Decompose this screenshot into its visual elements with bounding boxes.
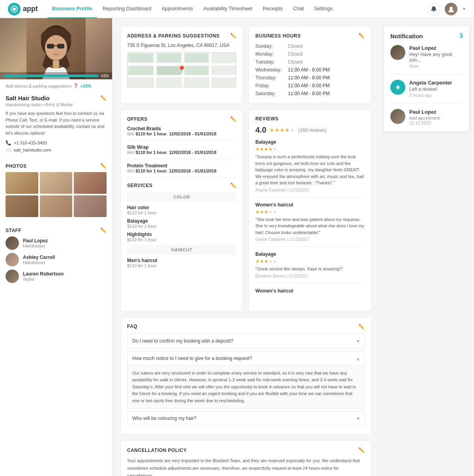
faq-chevron-down-0: ▾ (357, 338, 360, 344)
review-item-0: Balayage ★★★★★ "Susana is such a perfect… (255, 139, 365, 197)
svg-rect-17 (157, 54, 181, 62)
notification-bell-button[interactable] (427, 3, 440, 15)
help-icon: ❓ (73, 83, 79, 88)
faq-question-0[interactable]: Do I need to confirm my booking with a d… (127, 334, 364, 348)
notif-content-0: Paul Lopez Hey! Have any good son... Now (409, 45, 463, 68)
hours-day-1: Monday: (255, 51, 282, 58)
svg-point-2 (450, 7, 453, 10)
profile-progress-bar (3, 75, 99, 77)
photos-edit-icon[interactable]: ✏️ (100, 163, 107, 169)
offer-dates-1: 12/02/2018 - 01/01/2018 (169, 150, 216, 155)
user-dropdown-icon[interactable]: ▼ (462, 7, 466, 11)
biz-name: Salt Hair Studio (6, 95, 50, 101)
sidebar: 43% Add adress & parking suggestions ❓ +… (0, 18, 112, 476)
staff-avatar-2 (6, 253, 19, 266)
biz-description: If you have any questions feel free to c… (6, 110, 107, 136)
faq-chevron-down-2: ▾ (357, 415, 360, 422)
review-author-0: Angela Carpenter | 11/12/2017 (255, 188, 365, 192)
faq-item-2: Who will be colouring my hair? ▾ (127, 411, 365, 426)
service-category-0: COLOR (127, 192, 236, 202)
address-section-title: ADDRESS & PARKING SUGGESTIONS (127, 33, 219, 39)
photos-grid (6, 172, 107, 217)
notif-name-2: Paul Lopez (409, 109, 440, 115)
phone-row: 📞 +1 310-415-3493 (6, 140, 107, 146)
top-row: ADDRESS & PARKING SUGGESTIONS ✏️ 735 S F… (120, 26, 371, 109)
nav-availability[interactable]: Availability Timesheet (199, 0, 257, 18)
staff-role-1: Hairdresser (23, 244, 48, 248)
staff-edit-icon[interactable]: ✏️ (100, 227, 107, 233)
notif-time-1: 2 hours ago (409, 93, 452, 97)
photos-label: PHOTOS (6, 163, 26, 169)
faq-edit-icon[interactable]: ✏️ (358, 324, 365, 330)
phone-icon: 📞 (6, 140, 11, 146)
hours-day-3: Wednesday: (255, 66, 282, 73)
faq-item-1: How much notice to I need to give for a … (127, 351, 365, 409)
nav-business-profile[interactable]: Business Profile (47, 0, 97, 18)
faq-panel-header: FAQ ✏️ (127, 324, 365, 330)
service-name-0-0: Hair color (127, 205, 236, 210)
photo-thumb-2[interactable] (40, 172, 73, 194)
nav-receipts[interactable]: Receipts (258, 0, 288, 18)
email-address: salt_hairstudio.com (14, 148, 51, 152)
service-name-0-2: Hightlights (127, 232, 236, 237)
faq-section-title: FAQ (127, 324, 137, 329)
faq-panel: FAQ ✏️ Do I need to confirm my booking w… (120, 317, 371, 435)
photo-thumb-1[interactable] (6, 172, 38, 194)
hours-edit-icon[interactable]: ✏️ (358, 33, 365, 39)
reviews-summary: 4.0 ★★★★★ (168 reviews) (255, 126, 365, 135)
service-name-1-0: Men's haircut (127, 258, 236, 263)
nav-appointments[interactable]: Appointments (157, 0, 198, 18)
nav-settings[interactable]: Settings (309, 0, 337, 18)
offers-edit-icon[interactable]: ✏️ (230, 116, 236, 122)
staff-info-2: Ashley Carroll Hairdresser (23, 255, 55, 265)
photo-thumb-5[interactable] (40, 195, 73, 217)
svg-point-1 (13, 7, 16, 11)
hours-grid: Sunday: Closed Monday: Closed Tuesday: C… (255, 43, 365, 97)
hours-day-6: Saturday: (255, 90, 282, 97)
faq-question-text-0: Do I need to confirm my booking with a d… (132, 338, 233, 344)
nav-chat[interactable]: Chat (288, 0, 308, 18)
notif-item-1[interactable]: ★ Angela Carpenter Left a review! 2 hour… (390, 80, 463, 103)
logo[interactable]: appt (8, 3, 38, 15)
notif-item-0[interactable]: Paul Lopez Hey! Have any good son... Now (390, 45, 463, 74)
reviews-panel: REVIEWS 4.0 ★★★★★ (168 reviews) Balayage… (249, 109, 371, 311)
address-panel-header: ADDRESS & PARKING SUGGESTIONS ✏️ (127, 33, 236, 39)
notification-count: 3 (459, 32, 463, 39)
notif-msg-1: Left a review! (409, 86, 452, 92)
rating-score: 4.0 (255, 126, 266, 135)
hours-day-2: Tuesday: (255, 58, 282, 66)
profile-photo (0, 18, 112, 79)
service-item-1-0: Men's haircut $110 for 1 hour (127, 258, 236, 268)
address-panel: ADDRESS & PARKING SUGGESTIONS ✏️ 735 S F… (120, 26, 243, 104)
faq-question-1[interactable]: How much notice to I need to give for a … (127, 351, 364, 365)
staff-info-3: Lauren Robertson Stylist (23, 271, 64, 281)
hours-day-4: Thursday: (255, 74, 282, 81)
services-panel-header: SERVICES ✏️ (127, 182, 236, 188)
profile-progress-bar-container: 43% (0, 72, 112, 79)
service-item-0-2: Hightlights $110 for 1 hour (127, 232, 236, 242)
offer-dates-0: 12/02/2018 - 01/01/2018 (169, 131, 216, 136)
faq-question-2[interactable]: Who will be colouring my hair? ▾ (127, 411, 364, 425)
offer-old-price-2: $80 (127, 169, 134, 173)
offer-new-price-1: $110 for 1 hour (135, 150, 167, 155)
right-panel: Notification 3 Paul Lopez Hey! Have any … (379, 18, 474, 476)
cancellation-edit-icon[interactable]: ✏️ (358, 447, 365, 453)
photo-thumb-4[interactable] (6, 195, 38, 217)
hours-time-5: 11:00 AM - 8:00 PM (288, 82, 365, 89)
address-edit-icon[interactable]: ✏️ (230, 33, 236, 39)
offer-price-2: $80 $110 for 1 hour, 12/02/2018 - 01/01/… (127, 169, 236, 173)
staff-list: Paul Lopez Hairdresser Ashley Carroll Ha… (6, 236, 107, 283)
notif-item-2[interactable]: Paul Lopez Add apointment 12.12.2020 (390, 109, 463, 125)
biz-name-edit-icon[interactable]: ✏️ (100, 95, 107, 101)
services-edit-icon[interactable]: ✏️ (230, 182, 236, 188)
photo-thumb-6[interactable] (74, 195, 107, 217)
staff-item-1: Paul Lopez Hairdresser (6, 236, 107, 250)
review-service-3: Women's haircut (255, 288, 365, 294)
hours-panel: BUSINESS HOURS ✏️ Sunday: Closed Monday:… (249, 26, 371, 104)
photo-thumb-3[interactable] (74, 172, 107, 194)
notif-avatar-0 (390, 45, 405, 60)
user-avatar-button[interactable] (445, 3, 457, 15)
nav-reporting[interactable]: Reporting Dashboard (98, 0, 156, 18)
hours-time-0: Closed (288, 43, 365, 50)
offer-dates-2: 12/02/2018 - 01/01/2018 (169, 169, 216, 173)
